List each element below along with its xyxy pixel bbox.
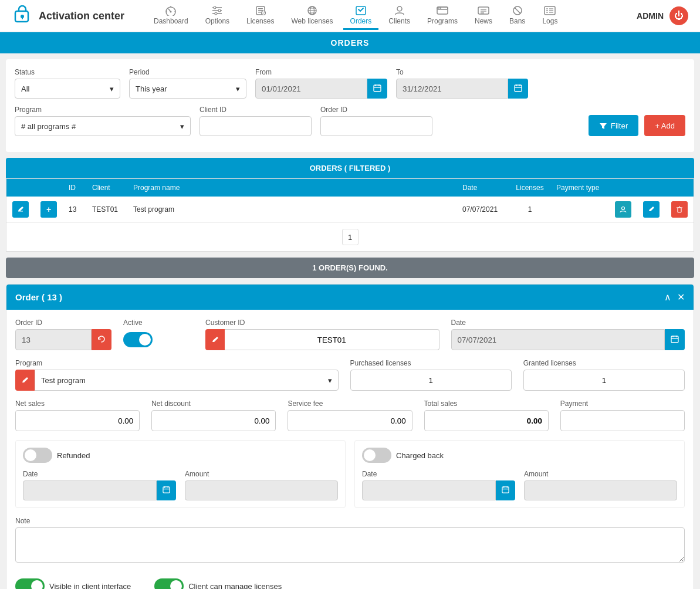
svg-rect-14 [258, 12, 261, 13]
filter-section: Status All ▾ Period This year ▾ From [6, 59, 694, 152]
from-calendar-btn[interactable] [367, 79, 387, 99]
from-date-input[interactable] [255, 79, 367, 99]
nav-web-licenses[interactable]: Web licenses [284, 2, 340, 30]
col-header-client: Client [86, 179, 127, 197]
to-calendar-btn[interactable] [508, 79, 528, 99]
admin-label: ADMIN [637, 11, 664, 21]
nav-licenses[interactable]: Licenses [239, 2, 281, 30]
order-id-refresh-btn[interactable] [92, 329, 111, 350]
row-delete-btn[interactable] [671, 201, 688, 218]
chargeback-date-cal-btn[interactable] [496, 480, 515, 500]
visible-toggle[interactable] [15, 578, 45, 589]
refunded-toggle[interactable] [23, 448, 52, 463]
chargeback-fields: Date [362, 470, 677, 500]
svg-point-4 [170, 11, 172, 12]
manage-toggle-item: Client can manage licenses [154, 578, 282, 589]
nav-bans[interactable]: Bans [502, 2, 532, 30]
page-1-btn[interactable]: 1 [342, 229, 359, 245]
header: Activation center Dashboard Options [0, 0, 700, 32]
manage-toggle[interactable] [154, 578, 184, 589]
filter-button[interactable]: Filter [589, 115, 639, 136]
row-edit-btn[interactable] [12, 201, 29, 218]
period-select[interactable]: This year ▾ [129, 79, 246, 99]
purchased-licenses-input[interactable] [350, 370, 512, 391]
customer-id-input[interactable] [225, 329, 439, 350]
filter-actions: Filter + Add [589, 115, 685, 136]
customer-edit-btn[interactable] [205, 329, 225, 350]
total-sales-input[interactable] [424, 410, 549, 431]
chargeback-amount-field: Amount [524, 470, 677, 500]
logs-icon [543, 5, 556, 16]
charged-back-section: Charged back Date [354, 440, 685, 508]
svg-rect-13 [258, 10, 263, 11]
total-sales-label: Total sales [424, 400, 549, 408]
from-date-group [255, 79, 387, 99]
nav-logs[interactable]: Logs [535, 2, 564, 30]
row-edit-icon-btn[interactable] [643, 201, 660, 218]
order-date-input[interactable] [451, 329, 665, 350]
order-body: Order ID Active [6, 310, 694, 589]
client-id-label: Client ID [199, 106, 312, 114]
row-user-icon-btn[interactable] [615, 201, 631, 218]
chargeback-amount-input[interactable] [524, 480, 677, 500]
row-delete-icon [665, 197, 694, 223]
row-add-btn[interactable]: + [40, 201, 57, 218]
active-toggle[interactable] [123, 332, 153, 347]
purchased-licenses-label: Purchased licenses [350, 359, 512, 367]
program-select-group: Test program ▾ [15, 370, 339, 391]
granted-licenses-input[interactable] [523, 370, 685, 391]
charged-back-toggle[interactable] [362, 448, 391, 463]
row-id: 13 [63, 197, 86, 223]
status-select[interactable]: All ▾ [15, 79, 120, 99]
to-date-input[interactable] [396, 79, 508, 99]
row-action-edit [6, 197, 35, 223]
calendar-icon [671, 335, 679, 343]
nav-clients[interactable]: Clients [381, 2, 417, 30]
nav-news[interactable]: News [468, 2, 499, 30]
refund-amount-label: Amount [185, 470, 338, 478]
status-label: Status [15, 68, 120, 76]
service-fee-field: Service fee [288, 400, 412, 431]
order-header-controls: ∧ ✕ [664, 292, 685, 303]
order-row-1: Order ID Active [15, 319, 685, 350]
payment-input[interactable] [560, 410, 685, 431]
trash-icon [676, 206, 683, 213]
program-select[interactable]: # all programs # ▾ [15, 116, 191, 136]
refund-amount-input[interactable] [185, 480, 338, 500]
nav-options[interactable]: Options [198, 2, 236, 30]
nav-dashboard[interactable]: Dashboard [147, 2, 195, 30]
nav-orders[interactable]: Orders [343, 2, 379, 30]
calendar-icon [514, 84, 522, 92]
svg-line-32 [515, 8, 520, 13]
net-discount-input[interactable] [151, 410, 276, 431]
granted-licenses-label: Granted licenses [523, 359, 685, 367]
programs-icon [436, 5, 449, 16]
service-fee-input[interactable] [288, 410, 412, 431]
add-button[interactable]: + Add [644, 115, 685, 136]
client-id-input[interactable] [199, 116, 312, 136]
calendar-icon [502, 486, 509, 493]
refund-date-input[interactable] [23, 480, 157, 500]
program-field: Program Test program ▾ [15, 359, 339, 391]
filter-row-2: Program # all programs # ▾ Client ID Ord… [15, 106, 685, 136]
bottom-toggles: Visible in client interface Client can m… [15, 571, 685, 589]
order-close-btn[interactable]: ✕ [677, 292, 685, 303]
refund-date-cal-btn[interactable] [157, 480, 176, 500]
row-action-add: + [35, 197, 63, 223]
order-id-input[interactable] [320, 116, 432, 136]
order-date-calendar-btn[interactable] [665, 329, 685, 350]
visible-toggle-item: Visible in client interface [15, 578, 131, 589]
refunded-label: Refunded [57, 451, 90, 460]
nav-programs[interactable]: Programs [420, 2, 465, 30]
power-button[interactable]: ⏻ [669, 6, 688, 25]
order-collapse-btn[interactable]: ∧ [664, 292, 671, 303]
note-textarea[interactable] [15, 527, 685, 563]
program-select-dropdown[interactable]: Test program ▾ [35, 370, 339, 391]
refund-sections-row: Refunded Date [15, 440, 685, 508]
col-header-actions2 [35, 179, 63, 197]
program-edit-btn[interactable] [15, 370, 35, 391]
svg-rect-40 [374, 85, 381, 92]
net-sales-input[interactable] [15, 410, 140, 431]
chargeback-date-input[interactable] [362, 480, 496, 500]
order-id-input[interactable] [15, 329, 92, 350]
